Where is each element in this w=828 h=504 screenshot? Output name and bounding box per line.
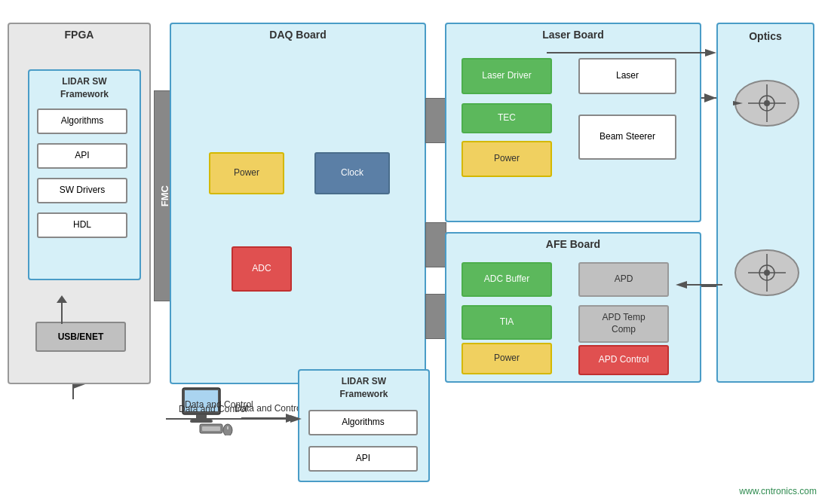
optics-panel: Optics <box>716 23 814 383</box>
optic-bottom-svg <box>729 246 805 299</box>
diagram: Power, Data, and Control Power, Data, an… <box>0 0 828 504</box>
tia-box: TIA <box>462 305 552 340</box>
svg-point-18 <box>764 100 770 106</box>
afe-board: AFE Board ADC Buffer TIA Power APD APD T… <box>445 232 701 383</box>
beam-steerer-box: Beam Steerer <box>578 115 676 160</box>
clock-box: Clock <box>314 152 390 194</box>
laser-power-box: Power <box>462 141 552 177</box>
laser-to-optics-arrow <box>547 45 724 60</box>
svg-point-24 <box>764 270 770 276</box>
connector-mid <box>425 222 446 267</box>
tec-box: TEC <box>462 103 552 133</box>
connector-bottom <box>425 294 446 339</box>
adc-buffer-box: ADC Buffer <box>462 262 552 297</box>
svg-marker-38 <box>290 415 302 423</box>
fpga-label: FPGA <box>65 29 94 41</box>
data-control-text: Data and Control <box>185 399 253 410</box>
data-control-arrow-svg <box>166 413 305 425</box>
lidar-fw2-label: LIDAR SWFramework <box>299 375 428 401</box>
daq-power-box: Power <box>209 152 284 194</box>
lidar-fw-box: LIDAR SWFramework Algorithms API SW Driv… <box>28 69 141 280</box>
lidar-fw-box2: LIDAR SWFramework Algorithms API <box>298 369 430 482</box>
svg-rect-34 <box>202 426 220 431</box>
laser-driver-box: Laser Driver <box>462 58 552 94</box>
optics-to-apd-arrow <box>673 277 726 292</box>
optics-label: Optics <box>749 30 782 42</box>
sw-drivers-box: SW Drivers <box>37 178 127 203</box>
optic-top-svg <box>729 77 805 130</box>
watermark: www.cntronics.com <box>739 486 817 496</box>
laser-label: Laser Board <box>542 29 604 41</box>
usb-enet-box: USB/ENET <box>35 322 126 352</box>
algorithms-box: Algorithms <box>37 108 127 134</box>
lidar-fw-label: LIDAR SWFramework <box>29 75 140 101</box>
svg-marker-28 <box>676 281 687 289</box>
usb-arrow-svg <box>51 295 73 325</box>
afe-label: AFE Board <box>546 238 600 250</box>
afe-power-box: Power <box>462 343 552 374</box>
daq-board: DAQ Board Power Clock ADC <box>170 23 426 384</box>
hdl-box: HDL <box>37 212 127 238</box>
connector-top <box>425 98 446 143</box>
fpga-board: FPGA LIDAR SWFramework Algorithms API SW… <box>8 23 151 384</box>
lidar-fw2-algorithms: Algorithms <box>308 410 418 435</box>
apd-box: APD <box>578 262 669 297</box>
adc-box: ADC <box>232 246 292 292</box>
apd-temp-comp-box: APD Temp Comp <box>578 305 669 343</box>
api-box: API <box>37 143 127 169</box>
apd-control-box: APD Control <box>578 345 669 375</box>
lidar-fw2-api: API <box>308 446 418 472</box>
laser-box: Laser <box>578 58 676 94</box>
svg-marker-26 <box>705 49 716 57</box>
svg-marker-13 <box>57 295 67 303</box>
daq-label: DAQ Board <box>269 29 326 41</box>
svg-point-35 <box>223 424 232 435</box>
